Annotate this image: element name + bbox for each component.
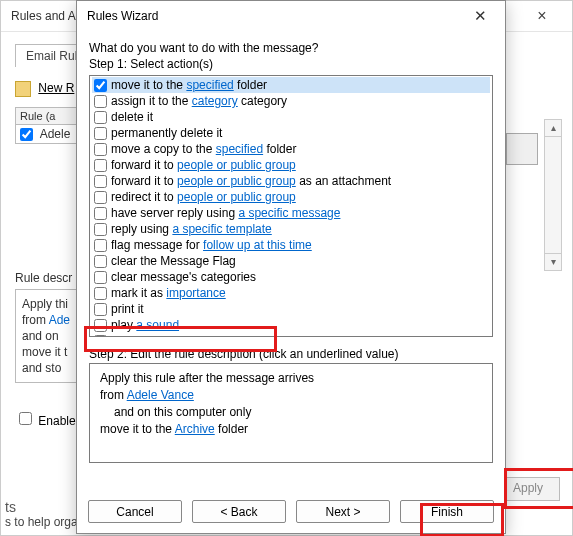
action-checkbox[interactable] [94,287,107,300]
rule-description-label: Rule descr Apply thi from Ade and on mov… [15,271,84,383]
action-row[interactable]: clear message's categories [92,269,490,285]
wizard-titlebar: Rules Wizard ✕ [77,1,505,31]
action-label: flag message for follow up at this time [111,237,312,253]
action-row[interactable]: redirect it to people or public group [92,189,490,205]
action-checkbox[interactable] [94,191,107,204]
action-label: reply using a specific template [111,221,272,237]
action-label: forward it to people or public group [111,157,296,173]
action-row[interactable]: reply using a specific template [92,221,490,237]
wizard-title: Rules Wizard [87,9,465,23]
action-label: forward it to people or public group as … [111,173,391,189]
step2-label: Step 2: Edit the rule description (click… [89,347,493,361]
action-label: clear the Message Flag [111,253,236,269]
desc-line: move it to the Archive folder [100,421,482,438]
action-row[interactable]: mark it as read [92,333,490,337]
rule-name: Adele [40,127,71,141]
action-checkbox[interactable] [94,111,107,124]
action-row[interactable]: permanently delete it [92,125,490,141]
action-row[interactable]: forward it to people or public group [92,157,490,173]
from-link[interactable]: Ade [49,313,70,327]
rules-table: Rule (a Adele [15,107,77,144]
action-link[interactable]: a specific message [238,206,340,220]
action-link[interactable]: category [192,94,238,108]
action-row[interactable]: have server reply using a specific messa… [92,205,490,221]
action-link[interactable]: people or public group [177,158,296,172]
next-button[interactable]: Next > [296,500,390,523]
action-link[interactable]: a specific template [172,222,271,236]
action-label: assign it to the category category [111,93,287,109]
action-row[interactable]: move a copy to the specified folder [92,141,490,157]
action-label: clear message's categories [111,269,256,285]
action-checkbox[interactable] [94,143,107,156]
action-row[interactable]: delete it [92,109,490,125]
action-label: delete it [111,109,153,125]
enable-rules-checkbox[interactable]: Enable [15,409,76,428]
close-icon[interactable]: ✕ [465,7,495,25]
action-row[interactable]: move it to the specified folder [92,77,490,93]
rule-description-box: Apply thi from Ade and on move it t and … [15,289,84,383]
rules-table-header: Rule (a [16,108,76,125]
action-label: move a copy to the specified folder [111,141,296,157]
action-checkbox[interactable] [94,175,107,188]
action-checkbox[interactable] [94,303,107,316]
actions-list-box: move it to the specified folderassign it… [89,75,493,337]
from-value-link[interactable]: Adele Vance [127,388,194,402]
action-label: have server reply using a specific messa… [111,205,340,221]
action-link[interactable]: a sound [136,318,179,332]
action-link[interactable]: specified [186,78,233,92]
action-checkbox[interactable] [94,127,107,140]
desc-line: and on this computer only [100,404,482,421]
wizard-buttons: Cancel < Back Next > Finish [77,500,505,523]
action-row[interactable]: play a sound [92,317,490,333]
action-row[interactable]: forward it to people or public group as … [92,173,490,189]
wizard-question: What do you want to do with the message? [89,41,493,55]
action-checkbox[interactable] [94,159,107,172]
new-rule-label: New R [38,81,74,95]
action-row[interactable]: mark it as importance [92,285,490,301]
finish-button[interactable]: Finish [400,500,494,523]
desc-line: from Adele Vance [100,387,482,404]
bg-footer: ts s to help orga [5,499,78,529]
action-checkbox[interactable] [94,335,107,338]
rule-preview-icon [506,133,538,165]
action-label: print it [111,301,144,317]
enable-label: Enable [38,414,75,428]
action-label: mark it as read [111,333,190,337]
action-label: mark it as importance [111,285,226,301]
step1-label: Step 1: Select action(s) [89,57,493,71]
action-link[interactable]: specified [216,142,263,156]
folder-value-link[interactable]: Archive [175,422,215,436]
table-row[interactable]: Adele [16,125,76,143]
bg-close-icon[interactable]: × [522,1,562,31]
action-row[interactable]: print it [92,301,490,317]
enable-checkbox[interactable] [19,412,32,425]
action-checkbox[interactable] [94,79,107,92]
action-checkbox[interactable] [94,255,107,268]
action-row[interactable]: flag message for follow up at this time [92,237,490,253]
desc-line: Apply this rule after the message arrive… [100,370,482,387]
scroll-up-icon[interactable]: ▴ [545,120,561,137]
rule-enabled-checkbox[interactable] [20,128,33,141]
rules-wizard-dialog: Rules Wizard ✕ What do you want to do wi… [76,0,506,534]
action-row[interactable]: clear the Message Flag [92,253,490,269]
new-rule-icon [15,81,31,97]
rule-description-editor: Apply this rule after the message arrive… [89,363,493,463]
action-checkbox[interactable] [94,223,107,236]
scroll-down-icon[interactable]: ▾ [545,253,561,270]
action-link[interactable]: importance [166,286,225,300]
action-link[interactable]: follow up at this time [203,238,312,252]
cancel-button[interactable]: Cancel [88,500,182,523]
action-label: permanently delete it [111,125,222,141]
action-checkbox[interactable] [94,239,107,252]
bg-scrollbar[interactable]: ▴ ▾ [544,119,562,271]
action-row[interactable]: assign it to the category category [92,93,490,109]
action-label: move it to the specified folder [111,77,267,93]
action-checkbox[interactable] [94,207,107,220]
action-checkbox[interactable] [94,271,107,284]
back-button[interactable]: < Back [192,500,286,523]
action-label: play a sound [111,317,179,333]
action-checkbox[interactable] [94,319,107,332]
action-link[interactable]: people or public group [177,190,296,204]
action-link[interactable]: people or public group [177,174,296,188]
action-checkbox[interactable] [94,95,107,108]
